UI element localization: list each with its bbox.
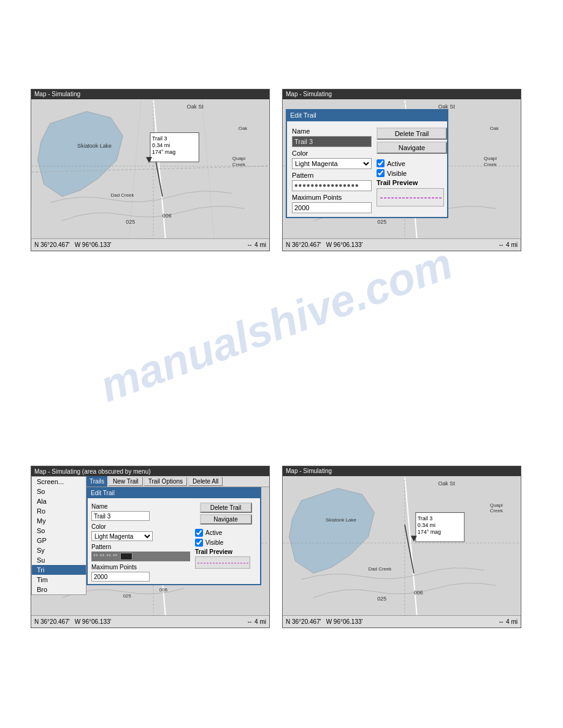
menu-item-sy[interactable]: Sy [32,545,86,555]
top-row: Map - Simulating [31,89,521,251]
top-left-statusbar: N 36°20.467' W 96°06.133' ↔ 4 mi [31,238,269,251]
menu-item-ala[interactable]: Ala [32,496,86,506]
svg-text:Quapi: Quapi [484,156,497,161]
trail-preview-label: Trail Preview [377,179,447,186]
top-right-statusbar: N 36°20.467' W 96°06.133' ↔ 4 mi [283,238,521,251]
bottom-visible-row: Visible [195,539,256,547]
visible-checkbox[interactable] [377,169,385,177]
svg-text:Skiatook Lake: Skiatook Lake [77,143,112,149]
bottom-color-select[interactable]: Light Magenta [91,531,153,541]
max-points-input[interactable] [292,202,372,213]
visible-label: Visible [387,170,407,177]
watermark: manualshive.com [92,233,460,417]
svg-text:Dad Creek: Dad Creek [368,566,391,572]
dialog-body: Name Color Light Magenta Pattern •••••••… [287,121,447,217]
bottom-left-statusbar: N 36°20.467' W 96°06.133' ↔ 4 mi [31,615,269,628]
top-left-coord-n: N 36°20.467' [34,241,70,248]
bottom-right-coord-w: W 96°06.133' [326,618,363,625]
bottom-visible-label: Visible [205,539,223,546]
menu-item-tri[interactable]: Tri [32,565,86,575]
active-checkbox[interactable] [377,159,385,167]
top-right-scale: 4 mi [506,241,518,248]
bottom-edit-body: Name Color Light Magenta Pattern ** ** *… [88,498,260,584]
color-select[interactable]: Light Magenta [292,158,372,169]
bottom-edit-main-row: Name Color Light Magenta Pattern ** ** *… [91,501,256,582]
dialog-titlebar: Edit Trail [287,110,447,121]
svg-text:174° mag: 174° mag [418,529,441,535]
svg-text:0.34 mi: 0.34 mi [418,522,435,528]
bottom-row: Map - Simulating (area obscured by menu)… [31,466,521,628]
svg-text:025: 025 [377,219,386,225]
trails-toolbar: Trails New Trail Trail Options Delete Al… [86,476,269,487]
svg-text:Oak: Oak [490,126,499,131]
bottom-name-input[interactable] [91,511,150,521]
bottom-active-row: Active [195,529,256,537]
color-label: Color [292,150,372,157]
menu-item-so2[interactable]: So [32,526,86,536]
svg-text:006: 006 [414,590,423,596]
top-right-edit-trail-dialog: Edit Trail Name Color Light Magenta Patt… [286,109,448,218]
svg-text:Dad Creek: Dad Creek [111,192,134,198]
bottom-active-label: Active [205,529,222,536]
visible-checkbox-row: Visible [377,169,447,177]
delete-all-button[interactable]: Delete All [188,477,223,486]
bottom-pattern-label: Pattern [91,544,190,550]
svg-text:Quapi: Quapi [490,502,503,508]
bottom-left-edit-trail: Edit Trail Name Color Light Magenta Patt… [86,487,261,585]
menu-item-tim[interactable]: Tim [32,575,86,585]
bottom-delete-trail-button[interactable]: Delete Trail [200,502,252,513]
menu-item-screen[interactable]: Screen... [32,477,86,487]
max-points-label: Maximum Points [292,194,372,201]
top-left-map-content: Trail 3 0.34 mi 174° mag Oak St Oak Quap… [31,99,269,238]
dialog-main-row: Name Color Light Magenta Pattern •••••••… [292,125,442,213]
watermark-text: manualshive.com [93,238,459,412]
bottom-edit-left: Name Color Light Magenta Pattern ** ** *… [91,501,190,582]
pattern-label: Pattern [292,172,372,179]
svg-text:Quapi: Quapi [232,156,245,161]
bottom-active-checkbox[interactable] [195,529,203,537]
bottom-right-map: Map - Simulating Trail 3 0.34 mi 174° ma… [282,466,521,628]
bottom-right-titlebar: Map - Simulating [283,466,521,476]
svg-text:Trail 3: Trail 3 [152,135,167,142]
trail-options-button[interactable]: Trail Options [144,477,187,486]
scale-arrow-icon-3: ↔ [247,618,253,625]
svg-text:Oak: Oak [239,126,248,131]
menu-item-gp[interactable]: GP [32,536,86,545]
name-label: Name [292,127,372,135]
menu-item-su[interactable]: Su [32,555,86,565]
bottom-name-label: Name [91,503,190,510]
bottom-trail-preview-label: Trail Preview [195,548,256,555]
navigate-button[interactable]: Navigate [377,142,447,154]
top-left-scale: 4 mi [255,241,266,248]
delete-trail-button[interactable]: Delete Trail [377,127,447,140]
svg-text:Oak St: Oak St [438,480,455,487]
bottom-navigate-button[interactable]: Navigate [200,514,252,525]
bottom-max-input[interactable] [91,572,150,582]
bottom-right-coord-n: N 36°20.467' [286,618,321,625]
bottom-color-label: Color [91,523,190,530]
top-left-map: Map - Simulating [31,89,270,251]
top-right-titlebar: Map - Simulating [283,89,521,99]
bottom-right-statusbar: N 36°20.467' W 96°06.133' ↔ 4 mi [283,615,521,628]
bottom-visible-checkbox[interactable] [195,539,203,547]
pattern-color-swatch [120,553,132,560]
scale-arrow-icon-2: ↔ [498,241,504,248]
new-trail-button[interactable]: New Trail [109,477,143,486]
menu-item-my[interactable]: My [32,516,86,526]
menu-item-so1[interactable]: So [32,487,86,496]
top-right-map: Map - Simulating Oak St Oak Quapi Creek … [282,89,521,251]
menu-item-bro[interactable]: Bro [32,585,86,594]
svg-text:025: 025 [377,596,386,602]
pattern-input[interactable]: •••••••••••••••• [292,180,372,191]
top-left-map-svg: Trail 3 0.34 mi 174° mag Oak St Oak Quap… [31,99,269,238]
menu-item-ro[interactable]: Ro [32,506,86,516]
active-checkbox-row: Active [377,159,447,167]
bottom-right-map-content: Trail 3 0.34 mi 174° mag Oak St Quapi Cr… [283,476,521,615]
pattern-dots-small: ** ** ** ** [93,553,117,560]
top-right-map-content: Oak St Oak Quapi Creek Skiatook Lake 006… [283,99,521,238]
scale-arrow-icon-4: ↔ [498,618,504,625]
svg-text:025: 025 [126,219,135,225]
name-input[interactable] [292,136,372,147]
trails-toolbar-title: Trails [86,476,107,487]
bottom-edit-titlebar: Edit Trail [88,488,260,498]
